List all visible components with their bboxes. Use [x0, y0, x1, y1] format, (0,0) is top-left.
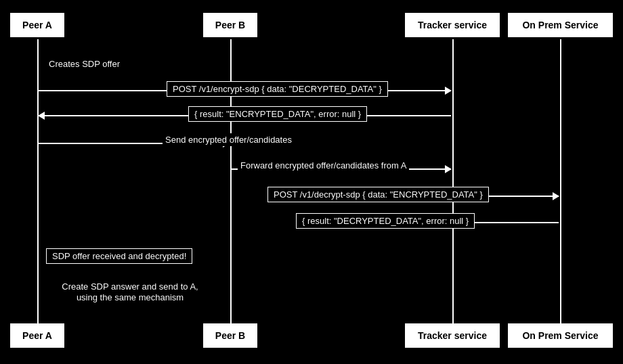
- actor-tracker-bottom: Tracker service: [405, 323, 500, 348]
- actor-onprem-bottom: On Prem Service: [508, 323, 613, 348]
- lifeline-tracker: [452, 39, 454, 323]
- result-encrypt-label: { result: "ENCRYPTED_DATA", error: null …: [188, 106, 367, 122]
- lifeline-onprem: [560, 39, 561, 323]
- actor-peer-a-top: Peer A: [10, 13, 64, 37]
- sequence-diagram: Peer A Peer B Tracker service On Prem Se…: [0, 0, 623, 364]
- actor-onprem-top: On Prem Service: [508, 13, 613, 37]
- using-mechanism-label: using the same mechanism: [42, 291, 218, 304]
- actor-peer-b-bottom: Peer B: [203, 323, 257, 348]
- actor-peer-b-top: Peer B: [203, 13, 257, 37]
- actor-peer-a-bottom: Peer A: [10, 323, 64, 348]
- result-decrypt-label: { result: "DECRYPTED_DATA", error: null …: [296, 213, 475, 229]
- creates-sdp-label: Creates SDP offer: [46, 58, 123, 70]
- sdp-received-label: SDP offer received and decrypted!: [46, 248, 192, 264]
- post-decrypt-label: POST /v1/decrypt-sdp { data: "ENCRYPTED_…: [267, 187, 489, 202]
- lifeline-peer-a: [37, 39, 39, 323]
- forward-encrypted-label: Forward encrypted offer/candidates from …: [238, 159, 409, 172]
- actor-tracker-top: Tracker service: [405, 13, 500, 37]
- send-encrypted-label: Send encrypted offer/candidates: [163, 133, 295, 146]
- post-encrypt-label: POST /v1/encrypt-sdp { data: "DECRYPTED_…: [167, 81, 388, 97]
